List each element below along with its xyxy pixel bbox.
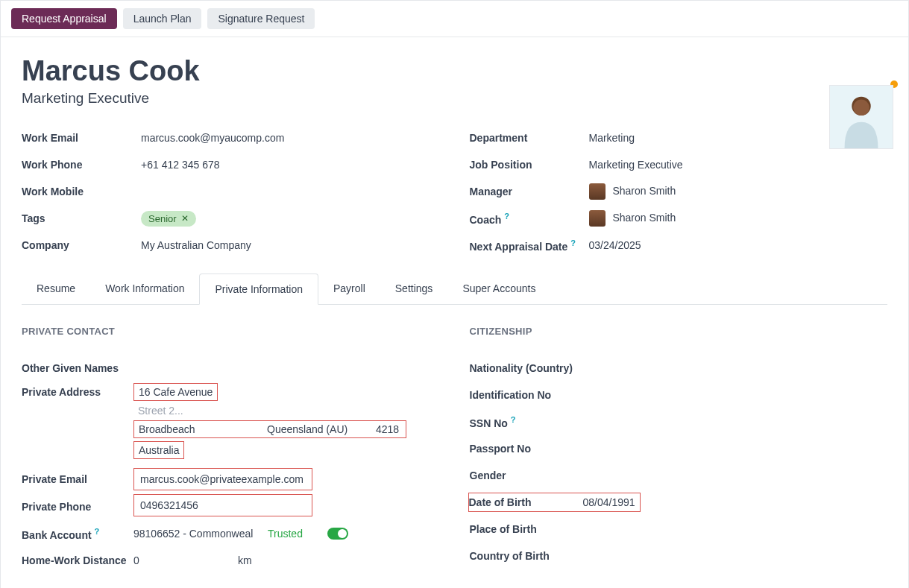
department-value[interactable]: Marketing <box>589 132 635 144</box>
section-title-private-contact: PRIVATE CONTACT <box>22 326 440 337</box>
country-of-birth-label: Country of Birth <box>470 550 582 562</box>
help-icon[interactable]: ? <box>95 527 100 536</box>
tag-chip-label: Senior <box>148 213 177 224</box>
ssn-label: SSN No ? <box>470 415 582 429</box>
avatar-image <box>830 86 893 148</box>
bank-trusted-toggle[interactable] <box>327 528 348 540</box>
department-label: Department <box>470 132 589 144</box>
manager-value[interactable]: Sharon Smith <box>612 185 676 197</box>
job-position-value[interactable]: Marketing Executive <box>589 159 683 171</box>
svg-point-2 <box>853 100 869 116</box>
job-position-label: Job Position <box>470 159 589 171</box>
private-phone-input[interactable]: 0496321456 <box>133 494 312 516</box>
next-appraisal-label: Next Appraisal Date ? <box>470 238 589 253</box>
distance-value[interactable]: 0 <box>133 554 238 566</box>
tab-super-accounts[interactable]: Super Accounts <box>447 274 550 304</box>
manager-avatar-icon <box>589 183 606 200</box>
address-street2-input[interactable]: Street 2... <box>133 402 406 419</box>
home-work-distance-label: Home-Work Distance <box>22 554 133 566</box>
gender-label: Gender <box>470 470 582 481</box>
tab-work-information[interactable]: Work Information <box>90 274 199 304</box>
citizenship-section: CITIZENSHIP Nationality (Country) Identi… <box>470 326 888 574</box>
bank-account-label: Bank Account ? <box>22 527 133 541</box>
tab-private-information[interactable]: Private Information <box>199 274 318 305</box>
work-phone-label: Work Phone <box>22 159 141 171</box>
coach-avatar-icon <box>589 210 606 227</box>
address-zip-input[interactable]: 4218 <box>376 423 399 435</box>
coach-value[interactable]: Sharon Smith <box>612 212 676 224</box>
address-country-input[interactable]: Australia <box>133 441 184 459</box>
private-contact-section: PRIVATE CONTACT Other Given Names Privat… <box>22 326 440 574</box>
left-info-column: Work Email marcus.cook@myaucomp.com Work… <box>22 124 440 259</box>
coach-label: Coach ? <box>470 212 589 226</box>
next-appraisal-value[interactable]: 03/24/2025 <box>589 239 641 251</box>
right-info-column: Department Marketing Job Position Market… <box>470 124 888 259</box>
bank-trusted-label: Trusted <box>268 528 327 540</box>
avatar[interactable] <box>829 85 893 149</box>
request-appraisal-button[interactable]: Request Appraisal <box>11 8 117 29</box>
help-icon[interactable]: ? <box>570 238 576 247</box>
other-names-label: Other Given Names <box>22 362 133 374</box>
address-state-input[interactable]: Queensland (AU) <box>267 423 376 435</box>
help-icon[interactable]: ? <box>511 415 516 424</box>
nationality-label: Nationality (Country) <box>470 362 582 374</box>
tab-resume[interactable]: Resume <box>22 274 90 304</box>
launch-plan-button[interactable]: Launch Plan <box>123 8 202 29</box>
address-city-input[interactable]: Broadbeach <box>139 423 267 435</box>
company-label: Company <box>22 239 141 251</box>
private-email-input[interactable]: marcus.cook@privateexample.com <box>133 468 312 490</box>
help-icon[interactable]: ? <box>504 212 509 221</box>
work-mobile-label: Work Mobile <box>22 186 141 197</box>
dob-value[interactable]: 08/04/1991 <box>583 493 641 512</box>
work-email-label: Work Email <box>22 132 141 144</box>
section-title-citizenship: CITIZENSHIP <box>470 326 888 337</box>
private-email-label: Private Email <box>22 473 133 485</box>
tag-chip-senior[interactable]: Senior ✕ <box>141 211 196 227</box>
tab-settings[interactable]: Settings <box>380 274 448 304</box>
distance-unit: km <box>238 554 252 566</box>
action-toolbar: Request Appraisal Launch Plan Signature … <box>1 1 908 37</box>
place-of-birth-label: Place of Birth <box>470 523 582 535</box>
employee-header: Marcus Cook Marketing Executive <box>1 37 908 124</box>
bank-account-value[interactable]: 98106652 - Commonweal <box>133 528 268 540</box>
tags-label: Tags <box>22 212 141 224</box>
work-email-value[interactable]: marcus.cook@myaucomp.com <box>141 132 284 144</box>
private-address-label: Private Address <box>22 382 133 398</box>
address-street1-input[interactable]: 16 Cafe Avenue <box>133 383 218 401</box>
dob-label: Date of Birth <box>468 493 583 512</box>
tab-payroll[interactable]: Payroll <box>318 274 380 304</box>
tag-remove-icon[interactable]: ✕ <box>181 213 189 224</box>
signature-request-button[interactable]: Signature Request <box>207 8 315 29</box>
passport-label: Passport No <box>470 443 582 455</box>
identification-no-label: Identification No <box>470 389 582 401</box>
job-title-heading: Marketing Executive <box>22 90 887 107</box>
tab-bar: Resume Work Information Private Informat… <box>22 274 887 305</box>
employee-name: Marcus Cook <box>22 55 887 87</box>
private-phone-label: Private Phone <box>22 501 133 513</box>
company-value[interactable]: My Australian Company <box>141 239 251 251</box>
work-phone-value[interactable]: +61 412 345 678 <box>141 159 220 171</box>
manager-label: Manager <box>470 186 589 197</box>
